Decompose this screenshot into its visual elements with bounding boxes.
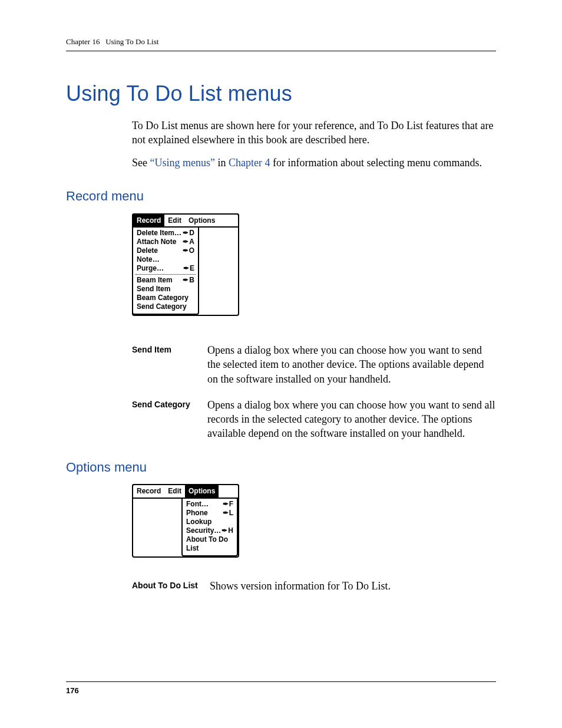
- menu-item: Font…✒F: [185, 500, 234, 509]
- menu-item: Attach Note✒A: [135, 238, 196, 246]
- page-title: Using To Do List menus: [66, 80, 496, 108]
- intro-block: To Do List menus are shown here for your…: [132, 118, 496, 170]
- intro-p1: To Do List menus are shown here for your…: [132, 118, 496, 147]
- def-desc: Opens a dialog box where you can choose …: [207, 398, 496, 441]
- record-menu-heading: Record menu: [66, 187, 496, 205]
- menu-item: Purge…✒E: [135, 264, 196, 273]
- menu-item: Security…✒H: [185, 526, 234, 535]
- link-chapter-4[interactable]: Chapter 4: [229, 157, 270, 169]
- definition-row: Send Item Opens a dialog box where you c…: [132, 343, 496, 386]
- link-using-menus[interactable]: “Using menus”: [150, 157, 215, 169]
- definition-row: About To Do List Shows version informati…: [132, 579, 496, 593]
- record-dropdown: Delete Item…✒D Attach Note✒A Delete Note…: [132, 226, 199, 315]
- menu-record: Record: [133, 215, 164, 226]
- options-menu-heading: Options menu: [66, 459, 496, 476]
- options-dropdown: Font…✒F Phone Lookup✒L Security…✒H About…: [181, 498, 238, 556]
- text: for information about selecting menu com…: [270, 157, 481, 169]
- text: in: [215, 157, 229, 169]
- page-footer: 176: [66, 678, 496, 696]
- menu-item: Beam Item✒B: [135, 276, 196, 285]
- def-term: Send Category: [132, 398, 207, 441]
- chapter-title: Using To Do List: [105, 37, 158, 46]
- menu-bar: Record Edit Options: [132, 213, 239, 228]
- options-menu-screenshot: Record Edit Options Font…✒F Phone Lookup…: [132, 484, 239, 557]
- menu-edit: Edit: [164, 215, 185, 226]
- def-term: About To Do List: [132, 579, 210, 593]
- menu-item: Phone Lookup✒L: [185, 509, 234, 526]
- page-content: Chapter 16 Using To Do List Using To Do …: [66, 37, 496, 605]
- record-definitions: Send Item Opens a dialog box where you c…: [132, 343, 496, 441]
- text: See: [132, 157, 150, 169]
- record-menu-screenshot: Record Edit Options Delete Item…✒D Attac…: [132, 213, 239, 316]
- options-definitions: About To Do List Shows version informati…: [132, 579, 496, 593]
- menu-item: About To Do List: [185, 535, 234, 553]
- page-number: 176: [66, 686, 496, 696]
- def-term: Send Item: [132, 343, 207, 386]
- running-header: Chapter 16 Using To Do List: [66, 37, 496, 47]
- menu-item: Send Item: [135, 285, 196, 294]
- intro-p2: See “Using menus” in Chapter 4 for infor…: [132, 156, 496, 170]
- menu-options: Options: [185, 215, 219, 226]
- menu-item: Delete Note…✒O: [135, 246, 196, 264]
- menu-edit: Edit: [164, 485, 185, 497]
- definition-row: Send Category Opens a dialog box where y…: [132, 398, 496, 441]
- menu-options: Options: [185, 485, 219, 497]
- menu-separator: [135, 274, 196, 275]
- footer-rule: [66, 681, 496, 682]
- menu-bar: Record Edit Options: [132, 484, 239, 498]
- menu-item: Delete Item…✒D: [135, 229, 196, 238]
- def-desc: Opens a dialog box where you can choose …: [207, 343, 496, 386]
- header-rule: [66, 51, 496, 51]
- chapter-label: Chapter 16: [66, 37, 100, 46]
- menu-item: Beam Category: [135, 294, 196, 302]
- menu-item: Send Category: [135, 302, 196, 311]
- menu-record: Record: [133, 485, 164, 497]
- def-desc: Shows version information for To Do List…: [210, 579, 496, 593]
